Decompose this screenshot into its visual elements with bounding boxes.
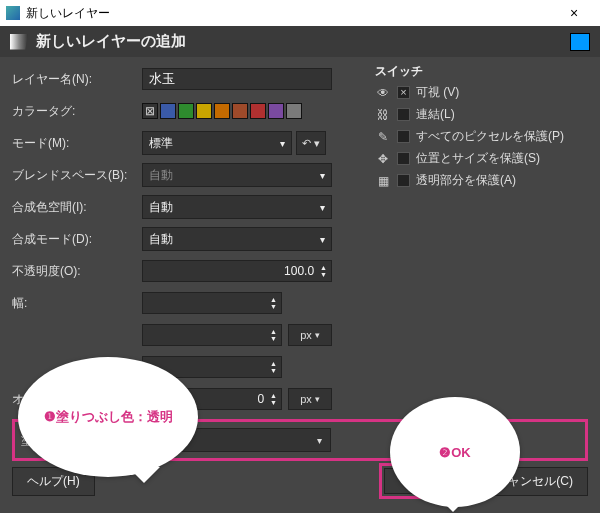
eye-icon: 👁	[375, 85, 391, 101]
switch-lock-position[interactable]: ✥ 位置とサイズを保護(S)	[375, 150, 590, 167]
switch-label: 可視 (V)	[416, 84, 459, 101]
color-tag-picker[interactable]: ⊠	[142, 103, 302, 119]
color-tag-swatch[interactable]	[232, 103, 248, 119]
linked-checkbox[interactable]	[397, 108, 410, 121]
callout-text: ❷OK	[439, 445, 471, 460]
layer-name-input[interactable]	[142, 68, 332, 90]
label-mode: モード(M):	[12, 135, 142, 152]
composite-mode-value: 自動	[149, 231, 173, 248]
lock-alpha-checkbox[interactable]	[397, 174, 410, 187]
color-tag-swatch[interactable]	[178, 103, 194, 119]
label-opacity: 不透明度(O):	[12, 263, 142, 280]
row-width: 幅: ▲▼	[12, 291, 588, 315]
row-opacity: 不透明度(O): 100.0 ▲▼	[12, 259, 588, 283]
close-button[interactable]: ×	[554, 5, 594, 21]
switches-panel: スイッチ 👁 可視 (V) ⛓ 連結(L) ✎ すべてのピクセルを保護(P) ✥…	[375, 63, 590, 194]
mode-combo[interactable]: 標準 ▾	[142, 131, 292, 155]
chevron-down-icon: ▾	[320, 234, 325, 245]
annotation-callout-1: ❶塗りつぶし色：透明	[18, 357, 198, 477]
color-tag-swatch[interactable]	[268, 103, 284, 119]
lock-pixels-checkbox[interactable]	[397, 130, 410, 143]
opacity-spinner[interactable]: 100.0 ▲▼	[142, 260, 332, 282]
mode-reset-button[interactable]: ↶ ▾	[296, 131, 326, 155]
switch-lock-pixels[interactable]: ✎ すべてのピクセルを保護(P)	[375, 128, 590, 145]
dialog-content: スイッチ 👁 可視 (V) ⛓ 連結(L) ✎ すべてのピクセルを保護(P) ✥…	[0, 57, 600, 461]
opacity-value: 100.0	[284, 264, 314, 278]
blend-space-value: 自動	[149, 167, 173, 184]
window-titlebar: 新しいレイヤー ×	[0, 0, 600, 26]
switches-title: スイッチ	[375, 63, 590, 80]
chevron-down-icon: ▾	[315, 394, 320, 404]
composite-space-combo[interactable]: 自動 ▾	[142, 195, 332, 219]
checker-icon: ▦	[375, 173, 391, 189]
row-composite-space: 合成色空間(I): 自動 ▾	[12, 195, 588, 219]
lock-position-checkbox[interactable]	[397, 152, 410, 165]
annotation-callout-2: ❷OK	[390, 397, 520, 507]
spinner-arrows[interactable]: ▲▼	[320, 264, 327, 278]
spinner-arrows[interactable]: ▲▼	[270, 296, 277, 310]
move-icon: ✥	[375, 151, 391, 167]
blend-space-combo[interactable]: 自動 ▾	[142, 163, 332, 187]
composite-mode-combo[interactable]: 自動 ▾	[142, 227, 332, 251]
dialog-title: 新しいレイヤーの追加	[36, 32, 570, 51]
switch-label: 連結(L)	[416, 106, 455, 123]
brush-icon: ✎	[375, 129, 391, 145]
unit-value: px	[300, 393, 312, 405]
spinner-arrows[interactable]: ▲▼	[270, 328, 277, 342]
color-tag-swatch[interactable]	[250, 103, 266, 119]
row-height: ▲▼ px▾	[12, 323, 588, 347]
width-spinner[interactable]: ▲▼	[142, 292, 282, 314]
chevron-down-icon: ▾	[317, 435, 322, 446]
switch-linked[interactable]: ⛓ 連結(L)	[375, 106, 590, 123]
color-tag-swatch[interactable]	[160, 103, 176, 119]
composite-space-value: 自動	[149, 199, 173, 216]
switch-label: 透明部分を保護(A)	[416, 172, 516, 189]
callout-text: ❶塗りつぶし色：透明	[44, 408, 173, 426]
mode-value: 標準	[149, 135, 173, 152]
offset-unit-combo[interactable]: px▾	[288, 388, 332, 410]
label-composite-space: 合成色空間(I):	[12, 199, 142, 216]
color-tag-swatch[interactable]	[196, 103, 212, 119]
chevron-down-icon: ▾	[280, 138, 285, 149]
switch-lock-alpha[interactable]: ▦ 透明部分を保護(A)	[375, 172, 590, 189]
switch-visible[interactable]: 👁 可視 (V)	[375, 84, 590, 101]
chevron-down-icon: ▾	[320, 202, 325, 213]
switch-label: すべてのピクセルを保護(P)	[416, 128, 564, 145]
size-unit-combo[interactable]: px▾	[288, 324, 332, 346]
label-layer-name: レイヤー名(N):	[12, 71, 142, 88]
spinner-arrows[interactable]: ▲▼	[270, 360, 277, 374]
chevron-down-icon: ▾	[315, 330, 320, 340]
visible-checkbox[interactable]	[397, 86, 410, 99]
label-blend-space: ブレンドスペース(B):	[12, 167, 142, 184]
color-preview-swatch[interactable]	[570, 33, 590, 51]
offset-y-value: 0	[257, 392, 264, 406]
link-icon: ⛓	[375, 107, 391, 123]
color-tag-swatch[interactable]	[214, 103, 230, 119]
app-icon	[6, 6, 20, 20]
label-composite-mode: 合成モード(D):	[12, 231, 142, 248]
label-width: 幅:	[12, 295, 142, 312]
layer-header-icon	[10, 34, 28, 50]
unit-value: px	[300, 329, 312, 341]
dialog-header: 新しいレイヤーの追加	[0, 26, 600, 57]
color-tag-swatch[interactable]	[286, 103, 302, 119]
window-title: 新しいレイヤー	[26, 5, 554, 22]
chevron-down-icon: ▾	[320, 170, 325, 181]
switch-label: 位置とサイズを保護(S)	[416, 150, 540, 167]
color-tag-none[interactable]: ⊠	[142, 103, 158, 119]
row-composite-mode: 合成モード(D): 自動 ▾	[12, 227, 588, 251]
height-spinner[interactable]: ▲▼	[142, 324, 282, 346]
label-color-tag: カラータグ:	[12, 103, 142, 120]
spinner-arrows[interactable]: ▲▼	[270, 392, 277, 406]
